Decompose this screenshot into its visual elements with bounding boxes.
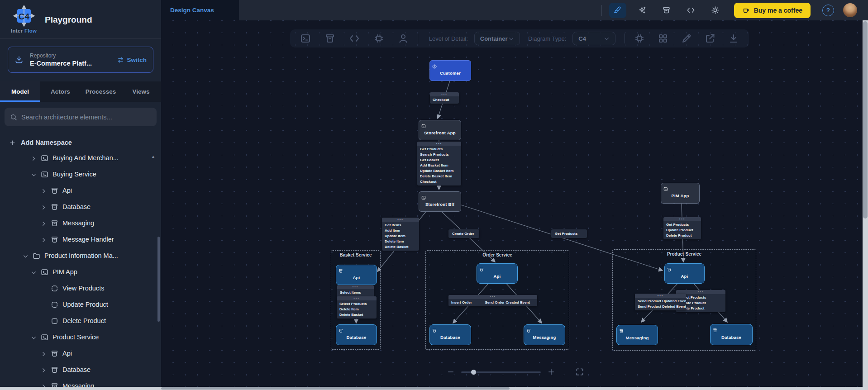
panel-handle-dots[interactable]: ••• xyxy=(430,92,459,96)
person-circle-icon xyxy=(432,62,437,67)
chevron-right-icon[interactable] xyxy=(31,155,37,161)
edge-label-panel-storefront-operations[interactable]: •••Get ProductsSearch ProductsGet Basket… xyxy=(417,142,461,185)
panel-handle-dots[interactable]: ••• xyxy=(337,296,377,300)
node-product-messaging[interactable]: Messaging xyxy=(616,325,658,345)
archive-icon[interactable] xyxy=(658,3,675,18)
node-storefront-app[interactable]: Storefront App xyxy=(419,120,461,140)
chevron-down-icon[interactable] xyxy=(23,253,29,259)
edge-label-panel-create-order[interactable]: Create Order xyxy=(448,229,479,238)
node-label: Messaging xyxy=(626,330,649,340)
external-link-icon[interactable] xyxy=(705,33,715,44)
zoom-in-button[interactable] xyxy=(547,368,555,376)
sparkles-icon[interactable] xyxy=(634,3,651,18)
search-box[interactable] xyxy=(5,108,157,126)
panel-handle-dots[interactable]: ••• xyxy=(417,142,461,146)
tree-item-api[interactable]: Api xyxy=(0,345,161,361)
chevron-down-icon[interactable] xyxy=(31,334,37,340)
zoom-slider[interactable] xyxy=(461,371,541,373)
node-order-database[interactable]: Database xyxy=(429,324,471,345)
add-container-icon[interactable] xyxy=(324,33,335,44)
chevron-down-icon[interactable] xyxy=(31,269,37,275)
panel-handle-dots[interactable]: ••• xyxy=(337,285,374,289)
edge-label-panel-basket-products[interactable]: •••Select ProductsDelete ItemDelete Bask… xyxy=(337,296,377,319)
help-button[interactable]: ? xyxy=(822,5,834,16)
tree-item-database[interactable]: Database xyxy=(0,199,161,215)
tree-item-view-products[interactable]: View Products xyxy=(0,280,161,296)
chevron-right-icon[interactable] xyxy=(41,237,47,243)
fit-view-button[interactable] xyxy=(575,367,584,376)
tab-model[interactable]: Model xyxy=(0,81,40,102)
zoom-out-button[interactable] xyxy=(447,368,455,376)
add-namespace-button[interactable]: Add Namespace xyxy=(9,136,72,149)
tree-scrollbar-thumb[interactable] xyxy=(157,237,160,322)
user-avatar[interactable] xyxy=(843,3,857,17)
add-code-icon[interactable] xyxy=(349,33,360,44)
add-app-icon[interactable] xyxy=(300,33,311,44)
chevron-down-icon[interactable] xyxy=(31,171,37,177)
edge-label-panel-product-events[interactable]: •••Send Product Updated EventSend Produc… xyxy=(635,294,686,310)
zoom-slider-thumb[interactable] xyxy=(471,370,476,375)
scroll-up-indicator-icon[interactable]: ▲ xyxy=(151,154,155,159)
horizontal-scrollbar-thumb[interactable] xyxy=(161,387,510,390)
download-icon[interactable] xyxy=(728,33,739,44)
diagram-type-select[interactable]: C4 xyxy=(572,32,615,45)
edge-label-panel-basket-operations[interactable]: •••Get ItemsAdd ItemUpdate ItemDelete It… xyxy=(382,218,419,251)
node-product-database[interactable]: Database xyxy=(710,324,753,345)
node-pim-app[interactable]: PIM App xyxy=(661,183,700,204)
tree-item-delete-product[interactable]: Delete Product xyxy=(0,313,161,329)
vertical-scrollbar[interactable] xyxy=(863,20,868,387)
design-canvas[interactable]: Basket ServiceOrder ServiceProduct Servi… xyxy=(162,20,863,387)
chevron-right-icon[interactable] xyxy=(41,204,47,210)
panel-handle-dots[interactable]: ••• xyxy=(663,217,701,221)
horizontal-scrollbar[interactable] xyxy=(0,387,868,390)
tree-item-buying-service[interactable]: Buying Service xyxy=(0,166,161,182)
node-basket-api[interactable]: Api xyxy=(336,265,377,285)
panel-handle-dots[interactable]: ••• xyxy=(382,218,419,222)
tree-item-update-product[interactable]: Update Product xyxy=(0,296,161,313)
node-storefront-bff[interactable]: Storefront Bff xyxy=(419,191,461,212)
paintbrush-icon[interactable] xyxy=(609,3,626,18)
level-of-detail-select[interactable]: Container xyxy=(474,32,520,45)
tab-design-canvas[interactable]: Design Canvas xyxy=(161,0,239,20)
tab-actors[interactable]: Actors xyxy=(40,81,81,102)
chevron-right-icon[interactable] xyxy=(41,188,47,194)
buy-me-a-coffee-button[interactable]: Buy me a coffee xyxy=(734,3,811,18)
edge-label: Search Products xyxy=(417,151,461,157)
toolbar-divider xyxy=(625,33,625,43)
edge-label-panel-order-operations[interactable]: •••Insert OrderSend Order Created Event xyxy=(448,295,537,306)
vertical-scrollbar-thumb[interactable] xyxy=(863,21,868,219)
node-product-api[interactable]: Api xyxy=(664,263,705,284)
tab-views[interactable]: Views xyxy=(121,81,161,102)
code-icon[interactable] xyxy=(682,3,700,18)
pencil-icon[interactable] xyxy=(681,33,692,44)
chip-icon[interactable] xyxy=(634,33,645,44)
node-basket-database[interactable]: Database xyxy=(336,324,377,345)
add-person-icon[interactable] xyxy=(398,33,409,44)
search-input[interactable] xyxy=(21,114,151,121)
grid-icon[interactable] xyxy=(658,33,668,44)
repository-card[interactable]: Repository E-Commerce Platf... Switch xyxy=(8,47,153,73)
tree-item-api[interactable]: Api xyxy=(0,182,161,199)
chevron-right-icon[interactable] xyxy=(41,351,47,357)
tab-processes[interactable]: Processes xyxy=(81,81,121,102)
tree-item-buying-and-merchan[interactable]: Buying And Merchan... xyxy=(0,150,161,166)
node-order-api[interactable]: Api xyxy=(477,263,518,284)
tree-item-product-service[interactable]: Product Service xyxy=(0,329,161,345)
edge-label-panel-checkout[interactable]: •••Checkout xyxy=(430,92,459,104)
chevron-right-icon[interactable] xyxy=(41,220,47,226)
node-order-messaging[interactable]: Messaging xyxy=(524,324,565,345)
tree-item-database[interactable]: Database xyxy=(0,361,161,378)
tree-item-pim-app[interactable]: PIM App xyxy=(0,264,161,280)
edge-label-panel-pim-operations[interactable]: •••Get ProductsUpdate ProductDelete Prod… xyxy=(663,217,701,239)
tree-item-message-handler[interactable]: Message Handler xyxy=(0,231,161,247)
node-customer[interactable]: Customer xyxy=(429,60,471,81)
tree-item-product-information-ma[interactable]: Product Information Ma... xyxy=(0,247,161,264)
panel-handle-dots[interactable]: ••• xyxy=(635,294,686,298)
tree-item-messaging[interactable]: Messaging xyxy=(0,215,161,231)
switch-repository-button[interactable]: Switch xyxy=(117,57,147,63)
chevron-right-icon[interactable] xyxy=(41,367,47,373)
sun-icon[interactable] xyxy=(707,3,724,18)
panel-handle-dots[interactable]: ••• xyxy=(448,295,537,299)
edge-label-panel-get-products[interactable]: Get Products xyxy=(551,229,587,238)
add-chip-icon[interactable] xyxy=(373,33,384,44)
